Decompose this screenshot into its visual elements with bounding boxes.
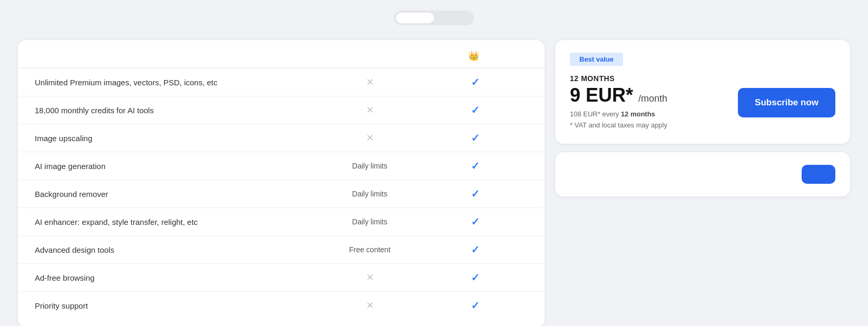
table-row: 18,000 monthly credits for AI tools ✕ ✓ [18, 96, 545, 124]
check-icon: ✓ [471, 299, 480, 312]
check-icon: ✓ [471, 76, 480, 88]
table-row: Priority support ✕ ✓ [18, 292, 545, 319]
main-layout: 👑 Unlimited Premium images, vectors, PSD… [18, 40, 850, 326]
plan-duration-0: 12 MONTHS [570, 74, 725, 83]
best-value-banner: Best value [570, 53, 623, 66]
feature-label: 18,000 monthly credits for AI tools [35, 106, 317, 115]
free-col-header [317, 51, 422, 62]
cell-text: Daily limits [352, 190, 388, 198]
check-icon: ✓ [471, 187, 480, 200]
feature-label: Image upscaling [35, 134, 317, 143]
feature-label: Ad-free browsing [35, 273, 317, 282]
cross-icon: ✕ [366, 272, 374, 283]
check-icon: ✓ [471, 160, 480, 172]
subscribe-button-12m[interactable]: Subscribe now [738, 88, 835, 117]
plan-billing-0: 108 EUR* every 12 months* VAT and local … [570, 109, 725, 131]
teams-tab[interactable] [434, 13, 472, 23]
individual-tab[interactable] [396, 13, 434, 23]
check-icon: ✓ [471, 271, 480, 284]
feature-label: Background remover [35, 190, 317, 199]
table-row: Image upscaling ✕ ✓ [18, 124, 545, 152]
cell-text: Daily limits [352, 162, 388, 170]
table-row: Ad-free browsing ✕ ✓ [18, 264, 545, 292]
pricing-side: Best value 12 MONTHS 9 EUR* /month 108 E… [555, 40, 850, 196]
check-icon: ✓ [471, 215, 480, 228]
feature-label: AI enhancer: expand, style transfer, rel… [35, 218, 317, 226]
table-row: Background remover Daily limits ✓ [18, 180, 545, 208]
table-row: Unlimited Premium images, vectors, PSD, … [18, 68, 545, 96]
cell-text: Daily limits [352, 218, 388, 226]
feature-label: Unlimited Premium images, vectors, PSD, … [35, 78, 317, 87]
cross-icon: ✕ [366, 76, 374, 88]
feature-label: AI image generation [35, 162, 317, 171]
check-icon: ✓ [471, 243, 480, 256]
cell-text: Free content [349, 245, 391, 254]
plan-price-0: 9 EUR* /month [570, 86, 725, 105]
table-header: 👑 [18, 40, 545, 68]
check-icon: ✓ [471, 132, 480, 144]
check-icon: ✓ [471, 104, 480, 116]
comparison-card: 👑 Unlimited Premium images, vectors, PSD… [18, 40, 545, 326]
table-row: Advanced design tools Free content ✓ [18, 236, 545, 264]
cross-icon: ✕ [366, 300, 374, 311]
cross-icon: ✕ [366, 104, 374, 116]
premium-col-header: 👑 [422, 51, 528, 62]
plan-toggle [394, 11, 474, 25]
feature-label: Priority support [35, 301, 317, 310]
feature-label: Advanced design tools [35, 245, 317, 254]
pricing-card-1m [555, 152, 850, 196]
table-row: AI enhancer: expand, style transfer, rel… [18, 208, 545, 236]
subscribe-button-1m[interactable] [802, 165, 835, 184]
pricing-card-12m: Best value 12 MONTHS 9 EUR* /month 108 E… [555, 40, 850, 144]
cross-icon: ✕ [366, 132, 374, 144]
feature-rows: Unlimited Premium images, vectors, PSD, … [18, 68, 545, 319]
table-row: AI image generation Daily limits ✓ [18, 152, 545, 180]
crown-icon: 👑 [468, 51, 479, 62]
